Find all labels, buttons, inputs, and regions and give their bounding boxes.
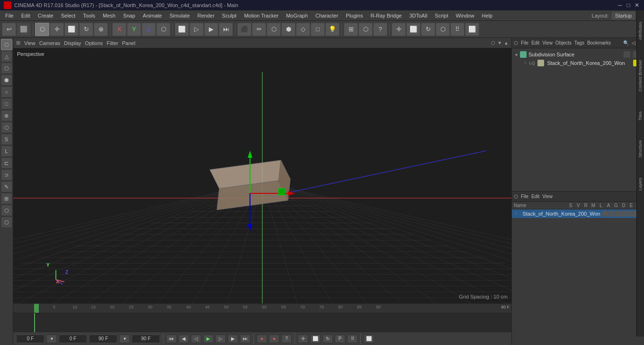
menu-window[interactable]: Window bbox=[452, 12, 477, 19]
obj-file[interactable]: File bbox=[521, 40, 528, 45]
scale-tool-button[interactable]: ⬜ bbox=[64, 23, 79, 36]
select-tool-button[interactable]: ⬡ bbox=[35, 23, 49, 36]
obj2-stack[interactable]: └ Stack_of_North_Korea_200_Won bbox=[512, 209, 644, 218]
next-key-btn[interactable]: ▶ bbox=[228, 335, 238, 343]
light-button[interactable]: 💡 bbox=[325, 23, 340, 36]
vtab-layers[interactable]: Layers bbox=[638, 168, 644, 200]
menu-motion-tracker[interactable]: Motion Tracker bbox=[241, 12, 282, 19]
axis-all-button[interactable]: ⬡ bbox=[156, 23, 170, 36]
dots-button[interactable]: ⠿ bbox=[450, 23, 465, 36]
tool-spline[interactable]: ○ bbox=[1, 86, 12, 98]
nurbs-button[interactable]: ◇ bbox=[296, 23, 310, 36]
obj-search-icon[interactable]: 🔍 bbox=[623, 40, 629, 45]
menu-simulate[interactable]: Simulate bbox=[166, 12, 193, 19]
obj2-view[interactable]: View bbox=[542, 194, 553, 199]
menu-rray[interactable]: R-Ray Bridge bbox=[367, 12, 405, 19]
vp-up-icon[interactable]: ▲ bbox=[504, 40, 509, 45]
obj-arrow-left[interactable]: ◁ bbox=[632, 40, 635, 45]
menu-help[interactable]: Help bbox=[479, 12, 496, 19]
param-key-btn[interactable]: P bbox=[335, 335, 345, 343]
tool-model[interactable]: ⬡ bbox=[1, 39, 12, 50]
menu-character[interactable]: Character bbox=[312, 12, 341, 19]
camera-button[interactable]: □ bbox=[311, 23, 325, 36]
menu-create[interactable]: Create bbox=[35, 12, 57, 19]
vt-cameras[interactable]: Cameras bbox=[39, 40, 61, 46]
obj-subdivision[interactable]: ▸ Subdivision Surface bbox=[514, 50, 642, 59]
viewport-3-button[interactable]: ▶ bbox=[204, 23, 218, 36]
obj-bookmarks[interactable]: Bookmarks bbox=[587, 40, 611, 45]
redo-button[interactable]: ⬜ bbox=[17, 23, 31, 36]
tool-poly[interactable]: △ bbox=[1, 51, 12, 62]
vt-options[interactable]: Options bbox=[85, 40, 103, 46]
vtab-structure[interactable]: Structure bbox=[638, 131, 644, 167]
next-frame-btn[interactable]: ▷ bbox=[215, 335, 226, 343]
tool-align[interactable]: ⊏ bbox=[1, 157, 12, 169]
vt-filter[interactable]: Filter bbox=[107, 40, 118, 46]
menu-snap[interactable]: Snap bbox=[120, 12, 139, 19]
effector-button[interactable]: ⬢ bbox=[281, 23, 295, 36]
tool-sketch[interactable]: ✎ bbox=[1, 181, 12, 192]
go-end-btn[interactable]: ⏭ bbox=[240, 335, 250, 343]
vtab-attributes[interactable]: Attributes bbox=[638, 12, 644, 49]
tool-joint[interactable]: ⬡ bbox=[1, 122, 12, 133]
obj2-edit[interactable]: Edit bbox=[531, 194, 539, 199]
menu-file[interactable]: File bbox=[2, 12, 17, 19]
menu-animate[interactable]: Animate bbox=[140, 12, 165, 19]
render-button[interactable]: ⬡ bbox=[358, 23, 373, 36]
cube-button[interactable]: ⬛ bbox=[237, 23, 251, 36]
snap-button[interactable]: ⊞ bbox=[344, 23, 358, 36]
play-btn[interactable]: ▶ bbox=[203, 335, 214, 343]
vt-view[interactable]: View bbox=[24, 40, 36, 46]
minimize-button[interactable]: ─ bbox=[617, 2, 623, 9]
menu-tools[interactable]: Tools bbox=[80, 12, 98, 19]
help-button[interactable]: ? bbox=[373, 23, 387, 36]
autokey-btn[interactable]: ● bbox=[269, 335, 279, 343]
frame-step-field[interactable]: 90 F bbox=[132, 335, 160, 343]
tool-edge[interactable]: ⬡ bbox=[1, 63, 12, 74]
move-tool-button[interactable]: ✛ bbox=[50, 23, 64, 36]
tool-weight[interactable]: ⊕ bbox=[1, 110, 12, 121]
viewport-1-button[interactable]: ⬜ bbox=[175, 23, 189, 36]
obj-tags[interactable]: Tags bbox=[574, 40, 584, 45]
key-button[interactable]: ✛ bbox=[392, 23, 406, 36]
menu-mograph[interactable]: MoGraph bbox=[283, 12, 311, 19]
frame-up-btn[interactable]: ▾ bbox=[119, 335, 130, 343]
vtab-tites[interactable]: Tites bbox=[638, 102, 644, 130]
undo-button[interactable]: ↩ bbox=[2, 23, 16, 36]
scale-key-btn[interactable]: ⬜ bbox=[310, 335, 321, 343]
menu-select[interactable]: Select bbox=[58, 12, 79, 19]
motion-btn[interactable]: ? bbox=[281, 335, 292, 343]
rotate-key-btn[interactable]: ↻ bbox=[322, 335, 333, 343]
pla-key-btn[interactable]: ⠿ bbox=[347, 335, 358, 343]
record-btn[interactable]: ● bbox=[257, 335, 267, 343]
vp-down-icon[interactable]: ▼ bbox=[497, 40, 502, 45]
vt-display[interactable]: Display bbox=[64, 40, 81, 46]
axis-x-button[interactable]: X bbox=[112, 23, 126, 36]
tool-uv[interactable]: □ bbox=[1, 98, 12, 109]
tool-xpresso[interactable]: ⬡ bbox=[1, 217, 12, 228]
record-button[interactable]: ⬜ bbox=[465, 23, 479, 36]
tool-point[interactable]: ⬢ bbox=[1, 74, 12, 86]
viewport-2-button[interactable]: ▷ bbox=[189, 23, 204, 36]
go-start-btn[interactable]: ⏮ bbox=[166, 335, 177, 343]
obj2-file[interactable]: File bbox=[521, 194, 528, 199]
viewport[interactable]: Perspective Grid Spacing : 10 cm X Y Z bbox=[13, 48, 511, 303]
axis-y-button[interactable]: Y bbox=[127, 23, 141, 36]
frame-current-field[interactable]: 0 F bbox=[59, 335, 87, 343]
obj-stack[interactable]: └ LQ Stack_of_North_Korea_200_Won bbox=[514, 59, 642, 67]
track-button[interactable]: ⬜ bbox=[406, 23, 420, 36]
frame-end-field[interactable]: 90 F bbox=[89, 335, 117, 343]
tool-s1[interactable]: S bbox=[1, 134, 12, 145]
rotate-tool-button[interactable]: ↻ bbox=[79, 23, 93, 36]
frame-down-btn[interactable]: ▾ bbox=[46, 335, 57, 343]
pen-button[interactable]: ✏ bbox=[252, 23, 266, 36]
maximize-button[interactable]: □ bbox=[625, 2, 632, 9]
motion-button[interactable]: ⬡ bbox=[436, 23, 450, 36]
current-frame-field[interactable]: 0 F bbox=[16, 335, 45, 343]
layout-dropdown[interactable]: Startup bbox=[612, 12, 635, 19]
menu-3dtoall[interactable]: 3DToAll bbox=[406, 12, 430, 19]
menu-script[interactable]: Script bbox=[431, 12, 451, 19]
obj-view[interactable]: View bbox=[542, 40, 553, 45]
keys-btn[interactable]: ⬜ bbox=[364, 335, 374, 343]
timeline-button[interactable]: ↻ bbox=[421, 23, 435, 36]
